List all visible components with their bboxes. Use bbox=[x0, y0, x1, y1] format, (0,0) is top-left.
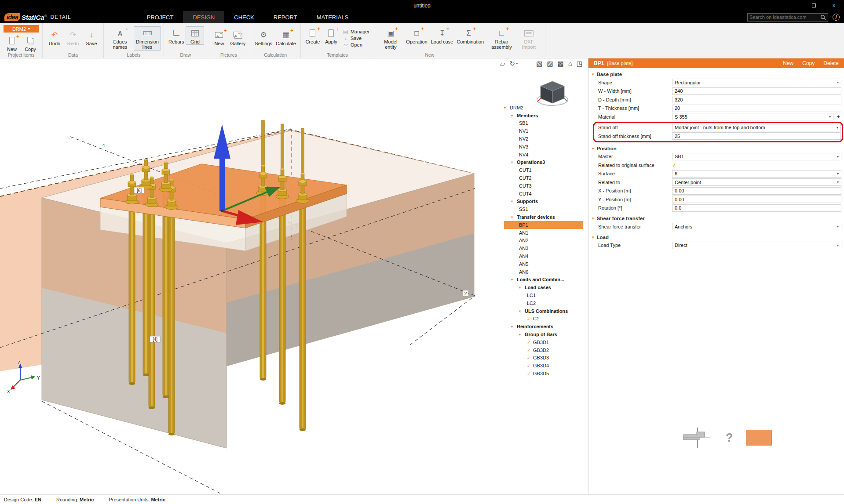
rotation-input[interactable]: 0.0 bbox=[672, 204, 841, 212]
calculate-button[interactable]: ▦+ Calculate bbox=[274, 28, 298, 47]
tree-item-gb3d1[interactable]: ✓GB3D1 bbox=[504, 338, 583, 346]
chevron-down-icon[interactable]: ▾ bbox=[504, 105, 510, 110]
combination-button[interactable]: Σ+ Combination bbox=[455, 26, 482, 45]
standoff-dropdown[interactable]: Mortar joint - nuts from the top and bot… bbox=[672, 124, 841, 131]
3d-viewport[interactable]: [6] [4] 4 2 Z Y X ▱ bbox=[0, 58, 588, 494]
tree-item-an3[interactable]: AN3 bbox=[504, 244, 583, 252]
section-position[interactable]: ▾ Position bbox=[592, 146, 844, 151]
tab-report[interactable]: REPORT bbox=[264, 11, 307, 23]
tree-item-nv1[interactable]: NV1 bbox=[504, 127, 583, 135]
tree-item-group-of-bars[interactable]: ▾Group of Bars bbox=[504, 330, 583, 338]
gallery-button[interactable]: Gallery bbox=[228, 28, 247, 47]
template-save-button[interactable]: ↓ Save bbox=[341, 35, 371, 41]
project-selector-dropdown[interactable]: DRM2 ▾ bbox=[4, 25, 39, 33]
tree-item-lc1[interactable]: LC1 bbox=[504, 291, 583, 299]
x-position-input[interactable]: 0.00 bbox=[672, 187, 841, 195]
tree-item-nv2[interactable]: NV2 bbox=[504, 135, 583, 143]
checkbox-checked-icon[interactable]: ✓ bbox=[527, 371, 533, 376]
redo-button[interactable]: ↷ Redo bbox=[64, 28, 82, 47]
tree-item-an6[interactable]: AN6 bbox=[504, 268, 583, 276]
tree-item-uls-combinations[interactable]: ▾ULS Combinations bbox=[504, 307, 583, 315]
add-material-button[interactable]: + bbox=[835, 113, 841, 120]
project-copy-button[interactable]: Copy bbox=[21, 34, 40, 52]
template-create-button[interactable]: + Create bbox=[303, 26, 322, 45]
chevron-down-icon[interactable]: ▾ bbox=[511, 113, 517, 118]
chevron-down-icon[interactable]: ▾ bbox=[511, 277, 517, 282]
tree-item-an2[interactable]: AN2 bbox=[504, 237, 583, 245]
settings-button[interactable]: ⚙ Settings bbox=[253, 28, 274, 47]
material-dropdown[interactable]: S 355▾ bbox=[672, 113, 833, 120]
maximize-button[interactable] bbox=[804, 0, 824, 11]
checkbox-checked-icon[interactable]: ✓ bbox=[527, 348, 533, 353]
chevron-down-icon[interactable]: ▾ bbox=[511, 215, 517, 219]
search-input[interactable] bbox=[749, 15, 820, 20]
template-manager-button[interactable]: ▤ Manager bbox=[341, 28, 371, 35]
new-item-button[interactable]: New bbox=[783, 60, 793, 66]
chevron-down-icon[interactable]: ▾ bbox=[519, 332, 525, 337]
chevron-down-icon[interactable]: ▾ bbox=[511, 199, 517, 203]
load-type-dropdown[interactable]: Direct▾ bbox=[672, 242, 841, 249]
tree-item-load-cases[interactable]: ▾Load cases bbox=[504, 283, 583, 291]
tree-item-gb3d5[interactable]: ✓GB3D5 bbox=[504, 370, 583, 377]
chevron-down-icon[interactable]: ▾ bbox=[511, 160, 517, 164]
tree-item-cut4[interactable]: CUT4 bbox=[504, 190, 583, 198]
scene-3d[interactable]: [6] [4] 4 2 Z Y X bbox=[0, 58, 475, 494]
undo-button[interactable]: ↶ Undo bbox=[45, 28, 64, 47]
related-surface-checkbox[interactable]: ✓ bbox=[672, 162, 676, 168]
thickness-input[interactable]: 20 bbox=[672, 105, 841, 112]
search-icon[interactable] bbox=[820, 15, 826, 20]
tree-item-nv4[interactable]: NV4 bbox=[504, 151, 583, 159]
save-button[interactable]: ↓ Save bbox=[82, 28, 101, 47]
tree-item-gb3d3[interactable]: ✓GB3D3 bbox=[504, 354, 583, 362]
tab-check[interactable]: CHECK bbox=[224, 11, 264, 23]
copy-item-button[interactable]: Copy bbox=[802, 60, 815, 66]
chevron-down-icon[interactable]: ▾ bbox=[511, 324, 517, 329]
template-apply-button[interactable]: ↓ Apply bbox=[322, 26, 340, 45]
master-dropdown[interactable]: SB1▾ bbox=[672, 153, 841, 160]
tab-materials[interactable]: MATERIALS bbox=[307, 11, 358, 23]
tree-item-lc2[interactable]: LC2 bbox=[504, 299, 583, 307]
picture-new-button[interactable]: + New bbox=[210, 28, 228, 47]
model-entity-button[interactable]: ▣+ Model entity bbox=[377, 26, 404, 51]
tree-item-ss1[interactable]: SS1 bbox=[504, 205, 583, 213]
edges-names-toggle[interactable]: A▫ Edges names bbox=[106, 26, 134, 51]
rebar-assembly-button[interactable]: ∟+ Rebar assembly bbox=[488, 26, 515, 51]
operation-button[interactable]: □+ Operation bbox=[404, 26, 429, 45]
tab-project[interactable]: PROJECT bbox=[137, 11, 183, 23]
info-icon[interactable]: i bbox=[833, 14, 840, 21]
depth-input[interactable]: 320 bbox=[672, 96, 841, 103]
checkbox-checked-icon[interactable]: ✓ bbox=[527, 355, 533, 360]
tree-item-cut2[interactable]: CUT2 bbox=[504, 174, 583, 182]
dimension-lines-toggle[interactable]: Dimension lines bbox=[134, 26, 161, 51]
chevron-down-icon[interactable]: ▾ bbox=[519, 309, 525, 313]
grid-toggle[interactable]: Grid bbox=[186, 26, 204, 45]
tree-item-bp1-selected[interactable]: BP1 bbox=[504, 221, 583, 229]
section-base-plate[interactable]: ▾ Base plate bbox=[592, 72, 844, 77]
tree-item-an4[interactable]: AN4 bbox=[504, 252, 583, 260]
tree-item-gb3d4[interactable]: ✓GB3D4 bbox=[504, 362, 583, 370]
delete-item-button[interactable]: Delete bbox=[823, 60, 839, 66]
tree-item-sb1[interactable]: SB1 bbox=[504, 120, 583, 127]
tab-design[interactable]: DESIGN bbox=[183, 11, 224, 23]
checkbox-checked-icon[interactable]: ✓ bbox=[527, 363, 533, 368]
chevron-down-icon[interactable]: ▾ bbox=[519, 285, 525, 290]
section-load[interactable]: ▾ Load bbox=[592, 235, 844, 240]
tree-item-members[interactable]: ▾Members bbox=[504, 112, 583, 120]
shape-dropdown[interactable]: Rectangular▾ bbox=[672, 79, 841, 86]
load-case-button[interactable]: ↧+ Load case bbox=[429, 26, 455, 45]
tree-item-transfer-devices[interactable]: ▾Transfer devices bbox=[504, 213, 583, 221]
tree-item-drm2[interactable]: ▾DRM2 bbox=[504, 104, 583, 112]
minimize-button[interactable]: – bbox=[783, 0, 804, 11]
rebars-toggle[interactable]: Rebars bbox=[167, 26, 186, 45]
tree-item-operations[interactable]: ▾Operations3 bbox=[504, 159, 583, 167]
tree-item-loads-and-combinations[interactable]: ▾Loads and Combin... bbox=[504, 276, 583, 284]
tree-item-supports[interactable]: ▾Supports bbox=[504, 198, 583, 206]
tree-item-cut3[interactable]: CUT3 bbox=[504, 182, 583, 190]
search-box[interactable] bbox=[747, 13, 828, 22]
tree-item-nv3[interactable]: NV3 bbox=[504, 143, 583, 151]
tree-item-an1[interactable]: AN1 bbox=[504, 229, 583, 237]
dxf-import-button[interactable]: DXF DXF Import bbox=[515, 26, 542, 51]
tree-item-gb3d2[interactable]: ✓GB3D2 bbox=[504, 346, 583, 354]
template-open-button[interactable]: ▱ Open bbox=[341, 41, 371, 48]
related-to-dropdown[interactable]: Center point▾ bbox=[672, 178, 841, 186]
